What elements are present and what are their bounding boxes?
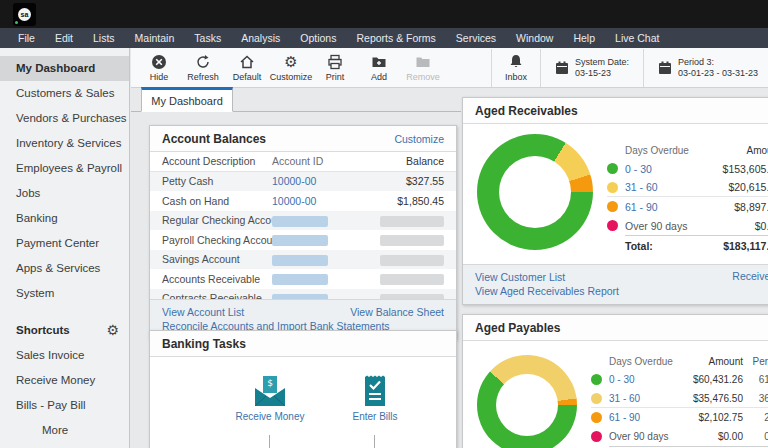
system-date-label: System Date: (575, 57, 629, 67)
sidebar-item-apps-services[interactable]: Apps & Services (0, 256, 129, 281)
legend-row: Over 90 days $0.00 (607, 216, 768, 235)
aging-bucket-link[interactable]: 31 - 60 (625, 181, 709, 193)
refresh-icon (195, 54, 211, 70)
shortcut-receive-money[interactable]: Receive Money (0, 368, 129, 393)
period-selector[interactable]: Period 3:03-01-23 - 03-31-23 (648, 57, 768, 79)
legend-total-row: Total: $183,117.38 (625, 235, 768, 256)
menu-analysis[interactable]: Analysis (231, 28, 290, 48)
tab-strip: My Dashboard (131, 88, 461, 112)
aging-bucket-link[interactable]: 0 - 30 (625, 163, 709, 175)
legend-row: 61 - 90 $2,102.75 2.1% (591, 408, 768, 427)
table-rows-viewport[interactable]: Petty Cash 10000-00 $327.55 Cash on Hand… (150, 172, 456, 299)
refresh-button[interactable]: Refresh (181, 49, 225, 87)
menu-edit[interactable]: Edit (45, 28, 83, 48)
legend-dot (591, 374, 602, 385)
customize-link[interactable]: Customize (394, 133, 444, 145)
remove-button: Remove (401, 49, 445, 87)
inbox-button[interactable]: Inbox (496, 49, 536, 87)
aged-payables-panel: Aged Payables Days Overdue Amount Percen… (462, 314, 768, 448)
sidebar-item-vendors-purchases[interactable]: Vendors & Purchases (0, 106, 129, 131)
view-account-list-link[interactable]: View Account List (162, 305, 244, 319)
banking-tasks-flow: $ Receive Money (150, 357, 456, 448)
flow-connector (269, 435, 270, 448)
view-aged-receivables-report-link[interactable]: View Aged Receivables Report (475, 284, 619, 298)
sidebar-nav: My Dashboard Customers & Sales Vendors &… (0, 48, 130, 448)
sidebar-item-system[interactable]: System (0, 281, 129, 306)
legend-row: 0 - 30 $153,605.02 (607, 159, 768, 178)
enter-bills-task[interactable]: Enter Bills (340, 375, 410, 423)
account-balances-panel: Account Balances Customize Account Descr… (149, 125, 457, 340)
menu-lists[interactable]: Lists (83, 28, 125, 48)
table-row: Cash on Hand 10000-00 $1,850.45 (150, 191, 456, 211)
legend-dot (591, 431, 602, 442)
shortcut-bills-pay-bill[interactable]: Bills - Pay Bill (0, 393, 129, 418)
sidebar-item-inventory-services[interactable]: Inventory & Services (0, 131, 129, 156)
period-label: Period 3: (678, 57, 714, 67)
sidebar-item-customers-sales[interactable]: Customers & Sales (0, 81, 129, 106)
shortcut-sales-invoice[interactable]: Sales Invoice (0, 343, 129, 368)
system-date[interactable]: System Date:03-15-23 (545, 57, 639, 79)
view-customer-list-link[interactable]: View Customer List (475, 270, 619, 284)
receive-payment-link[interactable]: Receive a (732, 270, 768, 298)
system-date-value: 03-15-23 (575, 68, 611, 78)
masked-balance (380, 216, 444, 227)
menu-file[interactable]: File (8, 28, 45, 48)
svg-text:$: $ (267, 378, 273, 388)
menu-maintain[interactable]: Maintain (125, 28, 185, 48)
sidebar-item-banking[interactable]: Banking (0, 206, 129, 231)
menu-help[interactable]: Help (563, 28, 605, 48)
bell-icon (509, 54, 523, 70)
masked-balance (380, 255, 444, 266)
aged-receivables-panel: Aged Receivables Days Overdue Amount 0 - (462, 97, 768, 305)
sidebar-item-payment-center[interactable]: Payment Center (0, 231, 129, 256)
legend-row: 31 - 60 $20,615.04 (607, 178, 768, 197)
masked-balance (380, 274, 444, 285)
shortcuts-settings-icon[interactable]: ⚙ (106, 318, 119, 343)
masked-account-id (272, 274, 328, 285)
default-button[interactable]: Default (225, 49, 269, 87)
sidebar-item-employees-payroll[interactable]: Employees & Payroll (0, 156, 129, 181)
legend-dot (607, 201, 618, 212)
legend-dot (607, 220, 618, 231)
masked-account-id (272, 255, 328, 266)
masked-balance (380, 294, 444, 299)
period-value: 03-01-23 - 03-31-23 (678, 68, 758, 78)
account-id-link[interactable]: 10000-00 (272, 175, 316, 187)
aging-bucket-link[interactable]: 61 - 90 (609, 412, 679, 423)
view-balance-sheet-link[interactable]: View Balance Sheet (350, 305, 444, 319)
menu-reports-forms[interactable]: Reports & Forms (346, 28, 445, 48)
aging-bucket-link[interactable]: 0 - 30 (609, 374, 679, 385)
gear-icon: ⚙ (284, 54, 297, 70)
banking-tasks-title: Banking Tasks (162, 337, 246, 351)
add-button[interactable]: Add (357, 49, 401, 87)
aged-payables-title: Aged Payables (475, 321, 560, 335)
menu-options[interactable]: Options (290, 28, 346, 48)
menu-services[interactable]: Services (446, 28, 506, 48)
sidebar-item-jobs[interactable]: Jobs (0, 181, 129, 206)
table-row: Contracts Receivable (150, 289, 456, 299)
masked-account-id (272, 235, 328, 246)
hide-button[interactable]: Hide (137, 49, 181, 87)
more-shortcuts-link[interactable]: More Shortcuts▶ (0, 418, 129, 443)
table-row: Payroll Checking Account (150, 230, 456, 250)
print-button[interactable]: Print (313, 49, 357, 87)
table-header-row: Account Description Account ID Balance (150, 152, 456, 172)
main-content: My Dashboard Account Balances Customize … (131, 88, 768, 448)
printer-icon (327, 54, 343, 70)
menu-window[interactable]: Window (506, 28, 563, 48)
sidebar-item-my-dashboard[interactable]: My Dashboard (0, 56, 129, 81)
legend-row: 0 - 30 $60,431.26 61.7% (591, 370, 768, 389)
customize-button[interactable]: ⚙ Customize (269, 49, 313, 87)
legend-dot (591, 393, 602, 404)
receive-money-task[interactable]: $ Receive Money (235, 375, 305, 423)
account-id-link[interactable]: 10000-00 (272, 195, 316, 207)
aging-bucket-link[interactable]: 31 - 60 (609, 393, 679, 404)
tab-my-dashboard[interactable]: My Dashboard (141, 87, 233, 112)
banking-tasks-panel: Banking Tasks $ Receive Money (149, 330, 457, 448)
aged-receivables-title: Aged Receivables (475, 104, 578, 118)
calendar-icon (658, 61, 672, 75)
folder-icon (415, 54, 431, 70)
menu-tasks[interactable]: Tasks (184, 28, 231, 48)
aging-bucket-link[interactable]: 61 - 90 (625, 201, 709, 213)
menu-live-chat[interactable]: Live Chat (605, 28, 669, 48)
